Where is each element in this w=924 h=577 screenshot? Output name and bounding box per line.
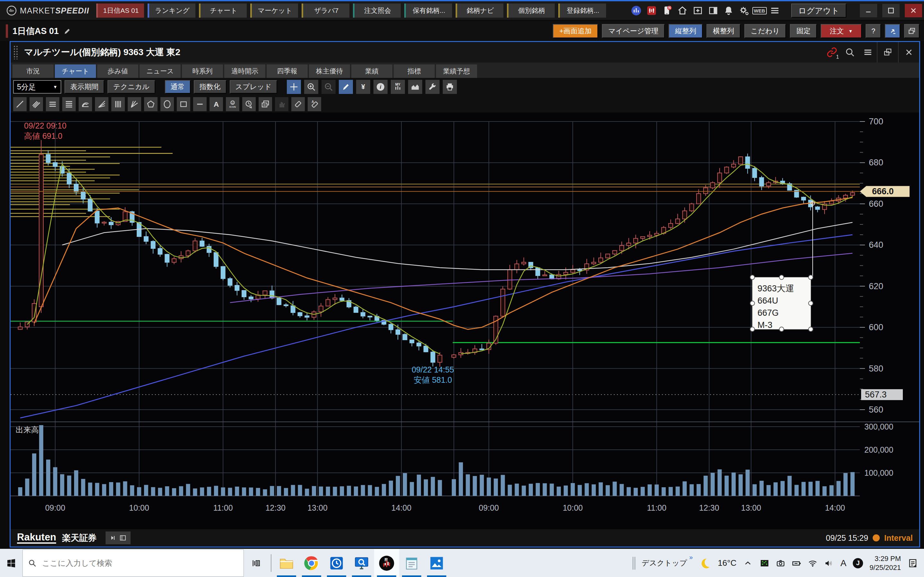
window-tab-8[interactable]: 業績 (351, 64, 393, 78)
window-tab-10[interactable]: 業績予想 (436, 64, 477, 78)
taskbar-clock[interactable]: 3:29 PM 9/25/2021 (869, 554, 901, 572)
window-tab-2[interactable]: 歩み値 (97, 64, 138, 78)
hatch-line-button[interactable] (29, 97, 43, 111)
technical-button[interactable]: テクニカル (107, 80, 155, 93)
copy-button[interactable] (258, 97, 272, 111)
window-menu-button[interactable] (859, 42, 877, 63)
notification-center-icon[interactable] (907, 558, 918, 569)
ellipse-button[interactable] (160, 97, 174, 111)
speaker-icon[interactable] (824, 558, 834, 568)
eraser-button[interactable] (291, 97, 305, 111)
notepad-app-button[interactable] (399, 549, 424, 577)
help-button[interactable]: ? (866, 24, 881, 38)
window-tab-9[interactable]: 指標 (394, 64, 435, 78)
search-input[interactable] (41, 558, 221, 568)
h-segment-button[interactable] (193, 97, 207, 111)
menu-tab-0[interactable]: 1日信AS 01 (96, 3, 144, 18)
marketspeed-app-button[interactable]: R (374, 549, 399, 577)
menu-tab-4[interactable]: ザラバ7 (302, 3, 349, 18)
info-button[interactable]: i (373, 80, 388, 94)
menu-tab-2[interactable]: チャート (199, 3, 247, 18)
window-tab-4[interactable]: 時系列 (182, 64, 223, 78)
my-indicator-button[interactable]: MY (391, 80, 405, 94)
window-tab-6[interactable]: 四季報 (267, 64, 308, 78)
chart-circle-icon[interactable] (631, 5, 642, 16)
window-tab-7[interactable]: 株主優待 (309, 64, 350, 78)
ime-alpha-icon[interactable]: A (840, 558, 846, 568)
pixel-g-icon[interactable] (759, 558, 770, 568)
task-view-button[interactable] (244, 549, 268, 577)
battery-icon[interactable] (792, 558, 802, 568)
bell-icon[interactable] (723, 5, 734, 16)
zoom-in-button[interactable] (304, 80, 318, 94)
web-icon[interactable]: WEB (754, 5, 765, 16)
menu-tab-9[interactable]: 登録銘柄... (558, 3, 606, 18)
timeframe-select[interactable]: 5分足▼ (13, 80, 61, 93)
window-titlebar[interactable]: マルチツール(個別銘柄) 9363 大運 東2 1 (11, 42, 919, 63)
angle-lines-button[interactable] (128, 97, 141, 111)
crosshair-button[interactable] (287, 80, 301, 94)
start-button[interactable] (0, 549, 23, 577)
pointer-link-button[interactable] (885, 24, 900, 38)
mail-app-button[interactable] (324, 549, 349, 577)
menu-tab-3[interactable]: マーケット (250, 3, 298, 18)
tray-expand-icon[interactable] (743, 558, 753, 568)
v-lines-button[interactable] (111, 97, 125, 111)
temperature-label[interactable]: 16°C (718, 558, 736, 568)
chart-candle-icon[interactable] (646, 5, 657, 16)
maximize-button[interactable] (882, 4, 900, 17)
duplicate-window-button[interactable] (904, 24, 919, 38)
wrench-button[interactable] (425, 80, 439, 94)
toolbar-handle[interactable] (633, 557, 635, 570)
indexed-mode-button[interactable]: 指数化 (194, 80, 226, 93)
yen-button[interactable]: ¥ (356, 80, 370, 94)
desktop-toolbar-label[interactable]: デスクトップ» (642, 558, 693, 568)
weather-moon-icon[interactable] (699, 557, 711, 569)
h-lines-button[interactable] (46, 97, 59, 111)
eraser-all-button[interactable]: A (308, 97, 321, 111)
fix-layout-button[interactable]: 固定 (790, 24, 817, 38)
time-cycle-button[interactable] (242, 97, 256, 111)
phone-alert-icon[interactable]: N (662, 5, 672, 16)
link-group-button[interactable]: 1 (823, 42, 841, 63)
home-icon[interactable] (677, 5, 688, 16)
rectangle-button[interactable] (177, 97, 190, 111)
window-tab-0[interactable]: 市況 (13, 64, 53, 78)
spread-mode-button[interactable]: スプレッド (230, 80, 278, 93)
menu-tab-8[interactable]: 個別銘柄 (507, 3, 555, 18)
hand-button[interactable] (275, 97, 288, 111)
printer-button[interactable] (443, 80, 457, 94)
minimize-button[interactable] (860, 4, 877, 17)
chevron-icon[interactable]: » (689, 554, 693, 561)
add-screen-icon[interactable] (692, 5, 703, 16)
side-panel-toggle-button[interactable] (105, 532, 131, 544)
stamp-button[interactable]: ICON (226, 97, 239, 111)
taskbar-search[interactable] (23, 550, 244, 577)
logout-button[interactable]: ログアウト (791, 3, 846, 18)
display-period-button[interactable]: 表示期間 (65, 80, 104, 93)
fibonacci-arc-button[interactable] (79, 97, 92, 111)
pentagon-button[interactable] (144, 97, 158, 111)
panel-right-icon[interactable] (708, 5, 719, 16)
text-tool-button[interactable]: A (210, 97, 223, 111)
window-tab-3[interactable]: ニュース (140, 64, 181, 78)
window-close-button[interactable] (898, 42, 919, 63)
window-tab-1[interactable]: チャート (55, 64, 96, 78)
mypage-manage-button[interactable]: マイページ管理 (602, 24, 665, 38)
window-tab-5[interactable]: 適時開示 (224, 64, 265, 78)
fan-lines-button[interactable] (95, 97, 108, 111)
symbol-search-button[interactable] (841, 42, 859, 63)
price-chart[interactable]: 9363大運664U667GM-309/22 09:10高値 691.009/2… (11, 113, 919, 529)
drag-grip-icon[interactable] (13, 45, 19, 59)
area-chart-button[interactable] (408, 80, 422, 94)
h-lines-dense-button[interactable] (62, 97, 76, 111)
menu-tab-7[interactable]: 銘柄ナビ (456, 3, 503, 18)
pencil-button[interactable] (339, 80, 353, 94)
photos-app-button[interactable] (424, 549, 449, 577)
edit-workspace-icon[interactable] (63, 27, 71, 35)
horizontal-align-button[interactable]: 横整列 (706, 24, 740, 38)
menu-icon[interactable] (769, 5, 780, 16)
explorer-app-button[interactable] (274, 549, 299, 577)
menu-tab-6[interactable]: 保有銘柄... (404, 3, 452, 18)
normal-mode-button[interactable]: 通常 (165, 80, 191, 93)
